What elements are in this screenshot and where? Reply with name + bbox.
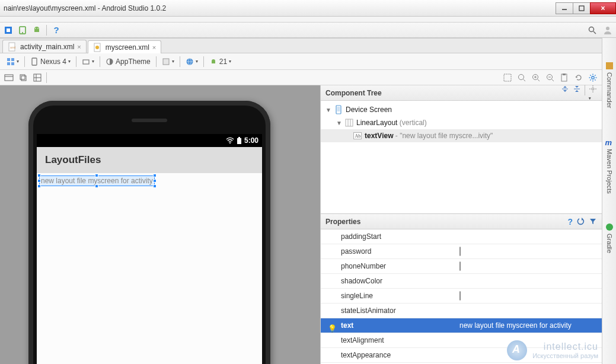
zoom-fit-icon[interactable]	[502, 72, 513, 83]
maven-tool-button[interactable]: m Maven Projects	[605, 138, 614, 194]
design-canvas[interactable]: 5:00 LayoutFiles new layout file myscree…	[0, 85, 320, 364]
xml-file-icon: xml	[8, 42, 17, 52]
property-row-text[interactable]: 💡textnew layout file myscreen for activi…	[321, 318, 602, 333]
tree-row-device[interactable]: ▼ Device Screen	[321, 103, 602, 116]
design-toolbar-2	[0, 70, 602, 85]
checkbox[interactable]	[459, 291, 461, 301]
component-tree[interactable]: ▼ Device Screen ▼ LinearLayout (vertical…	[321, 101, 602, 213]
device-label: Nexus 4	[40, 58, 66, 66]
lightbulb-icon[interactable]: 💡	[328, 324, 337, 333]
commander-tool-button[interactable]: Commander	[605, 62, 614, 108]
activity-association-icon[interactable]: ▾	[159, 56, 177, 68]
property-value[interactable]: new layout file myscreen for activity	[456, 321, 602, 330]
svg-rect-31	[21, 76, 26, 81]
property-row-password[interactable]: password	[321, 244, 602, 259]
layout-content[interactable]: new layout file myscreen for activity	[37, 173, 262, 364]
property-row-singleLine[interactable]: singleLine	[321, 289, 602, 304]
tree-row-linearlayout[interactable]: ▼ LinearLayout (vertical)	[321, 116, 602, 129]
status-time: 5:00	[244, 136, 258, 145]
main-toolbar: ?	[0, 23, 616, 38]
avd-manager-icon[interactable]	[18, 25, 27, 35]
clipboard-icon[interactable]	[559, 72, 570, 83]
svg-point-56	[229, 143, 231, 144]
tab-myscreen[interactable]: myscreen.xml ×	[88, 40, 161, 53]
tab-label: activity_main.xml	[20, 43, 74, 51]
svg-rect-57	[237, 138, 241, 144]
property-value[interactable]	[456, 262, 602, 270]
refresh-icon[interactable]	[573, 72, 584, 83]
search-icon[interactable]	[588, 25, 597, 35]
device-selector[interactable]: Nexus 4 ▾	[27, 56, 74, 68]
property-name: textAlignment	[321, 336, 456, 344]
svg-line-54	[590, 79, 591, 80]
maximize-button[interactable]	[573, 2, 591, 14]
view-mode-icon[interactable]	[4, 72, 14, 83]
svg-rect-46	[563, 74, 566, 75]
help-icon[interactable]: ?	[52, 25, 61, 35]
svg-point-47	[592, 76, 594, 78]
property-row-shadowColor[interactable]: shadowColor	[321, 274, 602, 289]
svg-line-55	[595, 75, 595, 75]
sdk-manager-icon[interactable]	[4, 25, 13, 35]
zoom-in-icon[interactable]	[531, 72, 541, 83]
svg-point-10	[606, 27, 609, 30]
properties-filter-icon[interactable]	[589, 217, 597, 226]
property-name: singleLine	[321, 292, 456, 300]
svg-point-5	[22, 32, 23, 33]
orientation-icon[interactable]: ▾	[79, 56, 97, 68]
property-row-paddingStart[interactable]: paddingStart	[321, 229, 602, 244]
tree-expand-icon[interactable]: ▼	[325, 107, 331, 113]
properties-restore-icon[interactable]	[576, 217, 585, 226]
close-tab-icon[interactable]: ×	[77, 43, 81, 50]
close-button[interactable]: ×	[590, 2, 616, 14]
property-row-phoneNumber[interactable]: phoneNumber	[321, 259, 602, 274]
svg-rect-18	[11, 58, 14, 61]
tree-row-textview[interactable]: Ab textView - "new layout file myscre...…	[321, 129, 602, 142]
theme-selector[interactable]: AppTheme	[103, 56, 154, 68]
property-row-textAppearance[interactable]: textAppearance	[321, 348, 602, 363]
tab-activity-main[interactable]: xml activity_main.xml ×	[2, 40, 87, 53]
property-value[interactable]	[456, 247, 602, 256]
svg-point-6	[35, 28, 36, 29]
window-titlebar: nain\res\layout\myscreen.xml - Android S…	[0, 0, 616, 17]
tree-settings-icon[interactable]: ▾	[589, 85, 597, 101]
svg-text:xml: xml	[10, 46, 15, 49]
checkbox[interactable]	[459, 247, 461, 256]
expand-all-icon[interactable]	[561, 85, 569, 101]
checkbox[interactable]	[459, 261, 461, 271]
svg-rect-11	[606, 62, 613, 69]
status-bar: 5:00	[37, 134, 262, 147]
blueprint-icon[interactable]	[32, 72, 43, 83]
close-tab-icon[interactable]: ×	[152, 44, 156, 51]
property-row-textAlignment[interactable]: textAlignment	[321, 333, 602, 348]
tree-expand-icon[interactable]: ▼	[336, 120, 342, 126]
svg-line-52	[590, 75, 591, 75]
svg-line-9	[593, 31, 596, 34]
properties-help-icon[interactable]: ?	[567, 217, 573, 226]
property-name: phoneNumber	[321, 262, 456, 270]
zoom-out-icon[interactable]	[545, 72, 556, 83]
android-monitor-icon[interactable]	[32, 25, 42, 35]
tab-label: myscreen.xml	[106, 43, 149, 52]
collapse-all-icon[interactable]	[573, 85, 581, 101]
gradle-tool-button[interactable]: Gradle	[605, 223, 614, 253]
svg-rect-19	[7, 62, 10, 65]
layout-file-icon	[93, 43, 103, 52]
textview-selected[interactable]: new layout file myscreen for activity	[39, 175, 155, 186]
zoom-actual-icon[interactable]	[516, 72, 527, 83]
svg-point-16	[95, 46, 99, 49]
settings-gear-icon[interactable]	[588, 72, 598, 83]
minimize-button[interactable]	[556, 2, 573, 14]
property-value[interactable]	[456, 292, 602, 300]
user-icon[interactable]	[603, 25, 612, 35]
wifi-icon	[226, 137, 234, 144]
api-selector[interactable]: 21 ▾	[206, 56, 234, 68]
locale-icon[interactable]: ▾	[183, 56, 201, 68]
tree-label: LinearLayout (vertical)	[356, 119, 427, 127]
property-row-stateListAnimator[interactable]: stateListAnimator	[321, 304, 602, 318]
device-screen: 5:00 LayoutFiles new layout file myscree…	[37, 134, 262, 364]
layers-icon[interactable]	[18, 72, 28, 83]
palette-icon[interactable]: ▾	[4, 56, 22, 68]
properties-list[interactable]: paddingStartpasswordphoneNumbershadowCol…	[321, 229, 602, 364]
svg-point-7	[37, 28, 39, 29]
